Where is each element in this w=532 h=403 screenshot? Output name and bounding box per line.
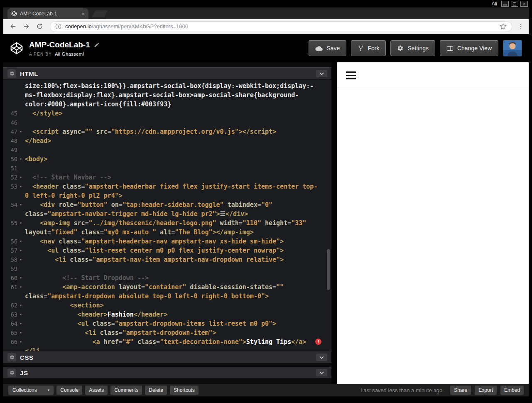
fold-arrow-icon[interactable]: ▾ <box>17 337 24 346</box>
url-bar[interactable]: codepen.io/aghassemi/pen/XMKbGP?editors=… <box>50 21 512 32</box>
save-button[interactable]: Save <box>309 40 346 56</box>
footer-button-export[interactable]: Export <box>475 386 497 395</box>
close-icon[interactable]: × <box>520 1 528 7</box>
panel-header-css[interactable]: CSS <box>3 351 331 363</box>
footer-button-console[interactable]: Console <box>56 386 82 395</box>
footer-button-delete[interactable]: Delete <box>145 386 167 395</box>
info-icon[interactable] <box>55 23 61 29</box>
code-line[interactable]: class="ampstart-dropdown absolute top-0 … <box>3 292 331 301</box>
forward-icon[interactable] <box>21 21 32 32</box>
footer-button-embed[interactable]: Embed <box>500 386 524 395</box>
chevron-down-icon[interactable] <box>316 354 327 361</box>
code-line[interactable]: 49 <box>3 145 331 155</box>
fork-button[interactable]: Fork <box>351 40 386 56</box>
code-line[interactable]: 0 left-0 right-0 pl2 pr4"> <box>3 191 331 200</box>
star-icon[interactable] <box>500 23 507 30</box>
panel-resize-gutter[interactable] <box>331 62 337 384</box>
code-line[interactable]: 61▾ <amp-accordion layout="container" di… <box>3 283 331 292</box>
code-line[interactable]: 58▾ <li class="ampstart-nav-item ampstar… <box>3 255 331 264</box>
footer-button-comments[interactable]: Comments <box>110 386 142 395</box>
code-line[interactable]: 52▾ <!-- Start Navbar --> <box>3 173 331 182</box>
fold-arrow-icon[interactable]: ▾ <box>17 319 24 328</box>
author-link[interactable]: Ali Ghassemi <box>55 52 84 57</box>
editor-scrollbar[interactable] <box>327 249 330 290</box>
line-number: 48 <box>3 136 17 145</box>
code-line[interactable]: 53▾ <header class="ampstart-headerbar fi… <box>3 182 331 191</box>
chevron-down-icon[interactable] <box>316 70 327 77</box>
collections-dropdown[interactable]: Collections ▾ <box>8 386 54 395</box>
maximize-icon[interactable] <box>511 1 518 7</box>
pencil-icon[interactable] <box>94 42 100 48</box>
browser-tab[interactable]: AMP-CodeLab-1 × <box>7 8 88 19</box>
panel-settings-icon[interactable] <box>7 353 16 361</box>
code-line[interactable]: 50▾<body> <box>3 155 331 164</box>
fold-arrow-icon[interactable]: ▾ <box>17 155 24 164</box>
panel-settings-icon[interactable] <box>7 69 16 78</box>
code-line[interactable]: 48</head> <box>3 136 331 145</box>
footer-button-share[interactable]: Share <box>450 386 471 395</box>
code-line[interactable]: layout="fixed" class="my0 mx-auto " alt=… <box>3 228 331 237</box>
fold-arrow-icon[interactable]: ▾ <box>17 255 24 264</box>
tab-close-icon[interactable]: × <box>81 11 85 17</box>
change-view-button[interactable]: Change View <box>440 40 498 56</box>
code-line[interactable]: size:100%;flex-basis:100%}}.ampstart-soc… <box>3 81 331 91</box>
panel-header-js[interactable]: JS <box>3 367 331 378</box>
fold-arrow-icon[interactable]: ▾ <box>17 273 24 283</box>
line-gutter: 64▾ <box>3 319 25 328</box>
fold-arrow-icon[interactable]: ▾ <box>17 200 24 209</box>
fold-arrow-icon[interactable]: ▾ <box>17 237 24 246</box>
fold-arrow-icon[interactable]: ▾ <box>17 182 24 191</box>
overflow-menu-icon[interactable]: ⋮ <box>517 22 525 30</box>
code-line[interactable]: 66▾ <a href="#" class="text-decoration-n… <box>3 337 331 346</box>
code-line[interactable]: class="ampstart-navbar-trigger md-hide l… <box>3 209 331 219</box>
code-line[interactable]: 46 <box>3 118 331 127</box>
code-line[interactable]: ms-flexbox;display:flex}.ampstart-social… <box>3 91 331 100</box>
code-line[interactable]: 59 <box>3 264 331 273</box>
fold-arrow-icon[interactable]: ▾ <box>17 328 24 337</box>
code-text: </style> <box>25 109 62 118</box>
panel-header-html[interactable]: HTML <box>3 67 331 80</box>
code-line[interactable]: 56▾ <nav class="ampstart-headerbar-nav a… <box>3 237 331 246</box>
line-gutter: 65▾ <box>3 328 25 337</box>
hamburger-icon[interactable] <box>346 71 356 79</box>
code-line[interactable]: 55▾ <amp-img src="../img/thescenic/heade… <box>3 219 331 228</box>
codepen-logo-icon[interactable] <box>10 42 23 55</box>
panel-settings-icon[interactable] <box>7 369 16 377</box>
settings-button[interactable]: Settings <box>390 40 435 56</box>
minimize-icon[interactable] <box>501 1 509 7</box>
code-line[interactable]: 60▾ <!-- Start Dropdown --> <box>3 273 331 283</box>
code-line[interactable]: 64▾ <ul class="ampstart-dropdown-items l… <box>3 319 331 328</box>
new-tab-button[interactable] <box>91 10 108 17</box>
code-text: <ul class="ampstart-dropdown-items list-… <box>25 319 276 328</box>
url-domain: codepen.io <box>65 23 92 29</box>
fold-arrow-icon[interactable]: ▾ <box>17 283 24 292</box>
html-code-editor[interactable]: size:100%;flex-basis:100%}}.ampstart-soc… <box>3 80 331 351</box>
code-line[interactable]: 51 <box>3 164 331 173</box>
code-line[interactable]: 62▾ <section> <box>3 301 331 310</box>
code-line[interactable]: color:#000}.ampstart-icon{fill:#003f93} <box>3 100 331 109</box>
code-line[interactable]: 57▾ <ul class="list-reset center m0 p0 f… <box>3 246 331 255</box>
code-line[interactable]: 54▾ <div role="button" on="tap:header-si… <box>3 200 331 209</box>
fold-arrow-icon[interactable]: ▾ <box>17 219 24 228</box>
avatar[interactable] <box>503 40 522 57</box>
code-line[interactable]: 65▾ <li class="ampstart-dropdown-item"> <box>3 328 331 337</box>
fold-arrow-icon[interactable]: ▾ <box>17 301 24 310</box>
change-view-icon <box>446 45 454 52</box>
fold-arrow-icon[interactable]: ▾ <box>17 127 24 136</box>
code-line[interactable]: 63▾ <header>Fashion</header> <box>3 310 331 319</box>
fold-arrow-icon[interactable]: ▾ <box>17 246 24 255</box>
code-line[interactable]: </li <box>3 346 331 351</box>
back-icon[interactable] <box>7 21 18 32</box>
fold-arrow-icon[interactable]: ▾ <box>17 173 24 182</box>
fold-arrow-icon[interactable]: ▾ <box>17 310 24 319</box>
footer-button-assets[interactable]: Assets <box>85 386 108 395</box>
system-username: Ali <box>492 1 497 7</box>
code-line[interactable]: 47▾ <script async="" src="https://cdn.am… <box>3 127 331 136</box>
chevron-down-icon[interactable] <box>316 369 327 376</box>
lint-error-icon[interactable]: ! <box>315 339 321 345</box>
code-line[interactable]: 45 </style> <box>3 109 331 118</box>
line-number: 64 <box>3 319 17 328</box>
reload-icon[interactable] <box>34 21 45 32</box>
footer-button-shortcuts[interactable]: Shortcuts <box>170 386 199 395</box>
line-gutter: 46 <box>3 118 25 127</box>
